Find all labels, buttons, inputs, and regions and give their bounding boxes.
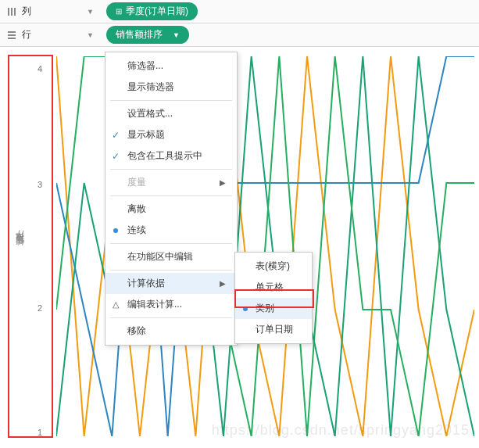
rows-pill-label: 销售额排序 (116, 28, 163, 41)
columns-label: 列 (22, 5, 31, 18)
svg-rect-5 (8, 38, 16, 39)
columns-label-box: 列 ▼ (6, 5, 100, 18)
dot-icon (243, 306, 248, 311)
chevron-down-icon[interactable]: ▼ (87, 8, 94, 16)
compute-using-submenu: 表(横穿) 单元格 类别 订单日期 (234, 252, 313, 344)
plus-icon: ⊞ (116, 7, 122, 16)
rows-label: 行 (22, 28, 31, 41)
menu-continuous[interactable]: 连续 (105, 220, 237, 241)
chevron-right-icon: ▶ (220, 279, 226, 288)
check-icon: ✓ (112, 151, 120, 162)
axis-highlight-box (8, 55, 53, 438)
svg-rect-2 (14, 8, 16, 16)
menu-edit-shelf[interactable]: 在功能区中编辑 (105, 246, 237, 267)
submenu-cell[interactable]: 单元格 (235, 277, 312, 298)
svg-rect-3 (8, 31, 16, 33)
submenu-category[interactable]: 类别 (235, 298, 312, 319)
menu-separator (110, 100, 232, 101)
menu-tooltip[interactable]: ✓包含在工具提示中 (105, 145, 237, 167)
rows-pill[interactable]: 销售额排序 ▼ (106, 26, 189, 44)
columns-icon (6, 6, 17, 17)
chevron-down-icon[interactable]: ▼ (87, 31, 94, 39)
menu-separator (110, 169, 232, 170)
menu-remove[interactable]: 移除 (105, 321, 237, 342)
delta-icon: △ (113, 299, 119, 310)
svg-rect-0 (8, 8, 9, 16)
menu-separator (110, 270, 232, 271)
chevron-down-icon: ▼ (173, 31, 180, 39)
menu-discrete[interactable]: 离散 (105, 199, 237, 220)
rows-label-box: 行 ▼ (6, 28, 100, 41)
columns-shelf[interactable]: 列 ▼ ⊞ 季度(订单日期) (0, 0, 479, 23)
menu-filter[interactable]: 筛选器... (105, 56, 237, 77)
menu-show-header[interactable]: ✓显示标题 (105, 124, 237, 145)
svg-rect-1 (11, 8, 13, 16)
check-icon: ✓ (112, 130, 120, 141)
menu-format[interactable]: 设置格式... (105, 103, 237, 124)
svg-rect-4 (8, 34, 16, 36)
columns-pill[interactable]: ⊞ 季度(订单日期) (106, 2, 198, 20)
menu-compute-using[interactable]: 计算依据▶ (105, 273, 237, 294)
rows-icon (6, 30, 17, 41)
context-menu: 筛选器... 显示筛选器 设置格式... ✓显示标题 ✓包含在工具提示中 度量▶… (105, 52, 238, 346)
rows-shelf[interactable]: 行 ▼ 销售额排序 ▼ (0, 23, 479, 47)
chart-area: 销售额排序 4 3 2 1 (0, 48, 479, 448)
submenu-order-date[interactable]: 订单日期 (235, 319, 312, 340)
submenu-table-across[interactable]: 表(横穿) (235, 256, 312, 277)
menu-edit-table-calc[interactable]: △编辑表计算... (105, 294, 237, 315)
menu-separator (110, 195, 232, 196)
menu-measure: 度量▶ (105, 172, 237, 193)
menu-separator (110, 243, 232, 244)
chevron-right-icon: ▶ (220, 178, 226, 187)
columns-pill-label: 季度(订单日期) (126, 5, 188, 18)
menu-show-filter[interactable]: 显示筛选器 (105, 77, 237, 98)
dot-icon (113, 228, 118, 233)
menu-separator (110, 317, 232, 318)
